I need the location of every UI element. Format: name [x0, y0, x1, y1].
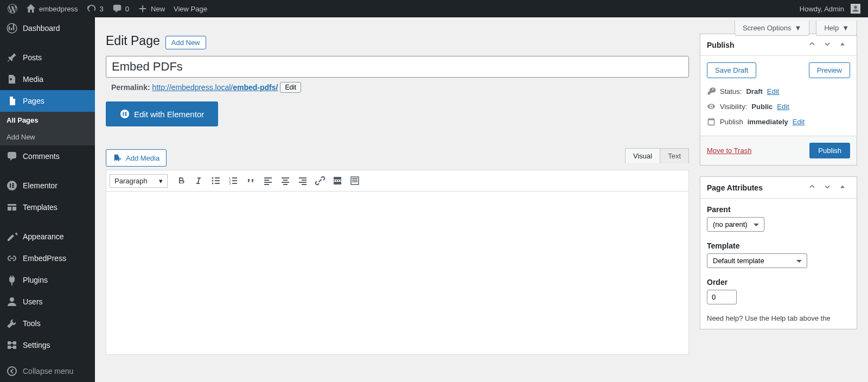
embedpress-icon	[7, 253, 17, 264]
quote-icon	[245, 175, 256, 186]
preview-button[interactable]: Preview	[809, 62, 850, 78]
move-down-handle[interactable]	[820, 40, 835, 50]
template-label: Template	[707, 241, 850, 250]
menu-settings[interactable]: Settings	[0, 334, 95, 356]
readmore-button[interactable]	[329, 173, 346, 189]
menu-appearance[interactable]: Appearance	[0, 226, 95, 247]
plugins-icon	[7, 275, 17, 285]
order-input[interactable]	[707, 290, 737, 304]
admin-sidebar: Dashboard Posts Media Pages All Pages Ad…	[0, 17, 95, 382]
menu-dashboard[interactable]: Dashboard	[0, 17, 95, 39]
post-title-input[interactable]	[106, 56, 689, 78]
toolbar-comments[interactable]: 0	[108, 0, 133, 17]
menu-posts[interactable]: Posts	[0, 47, 95, 68]
toggle-handle[interactable]	[835, 182, 850, 193]
align-center-button[interactable]	[277, 173, 293, 189]
updates[interactable]: 3	[82, 0, 108, 17]
page-attributes-box: Page Attributes Parent (no parent) Templ…	[700, 176, 857, 329]
media-icon	[113, 153, 123, 163]
svg-point-4	[212, 180, 214, 182]
publish-button[interactable]: Publish	[809, 143, 850, 158]
readmore-icon	[332, 175, 343, 186]
svg-point-1	[8, 367, 16, 375]
appearance-icon	[7, 231, 17, 242]
chevron-down-icon: ▼	[842, 24, 849, 32]
screen-options-tab[interactable]: Screen Options ▼	[735, 21, 809, 36]
attributes-help-text: Need help? Use the Help tab above the	[707, 314, 850, 322]
numbered-list-button[interactable]: 123	[225, 173, 241, 189]
align-right-button[interactable]	[295, 173, 311, 189]
move-to-trash-link[interactable]: Move to Trash	[707, 147, 751, 155]
edit-status-link[interactable]: Edit	[767, 87, 779, 96]
comments-count: 0	[125, 5, 129, 13]
italic-button[interactable]	[190, 173, 207, 189]
pages-submenu: All Pages Add New	[0, 112, 95, 145]
view-page[interactable]: View Page	[169, 0, 212, 17]
menu-elementor[interactable]: Elementor	[0, 175, 95, 196]
align-left-icon	[263, 175, 273, 186]
menu-collapse[interactable]: Collapse menu	[0, 360, 95, 382]
menu-comments[interactable]: Comments	[0, 145, 95, 167]
move-up-handle[interactable]	[805, 182, 820, 193]
menu-templates[interactable]: Templates	[0, 196, 95, 218]
bold-icon	[176, 175, 187, 186]
tab-visual[interactable]: Visual	[625, 148, 660, 163]
format-select[interactable]: Paragraph ▾	[110, 174, 168, 188]
align-right-icon	[297, 175, 308, 186]
submenu-all-pages[interactable]: All Pages	[0, 112, 95, 129]
publish-box: Publish Save Draft Preview Status:	[700, 34, 857, 165]
align-center-icon	[280, 175, 291, 186]
align-left-button[interactable]	[260, 173, 276, 189]
bullet-list-button[interactable]	[208, 173, 224, 189]
triangle-up-icon	[838, 40, 847, 48]
users-icon	[7, 296, 17, 307]
add-new-button[interactable]: Add New	[165, 36, 206, 49]
link-button[interactable]	[312, 173, 328, 189]
edit-with-elementor-button[interactable]: Edit with Elementor	[106, 101, 218, 126]
plus-icon	[138, 4, 148, 14]
parent-select[interactable]: (no parent)	[707, 217, 764, 232]
elementor-icon	[120, 109, 130, 119]
menu-media[interactable]: Media	[0, 68, 95, 90]
wordpress-logo[interactable]	[3, 0, 22, 17]
new-content[interactable]: New	[133, 0, 169, 17]
pin-icon	[7, 52, 17, 63]
triangle-up-icon	[838, 182, 847, 191]
help-tab[interactable]: Help ▼	[816, 21, 857, 36]
templates-icon	[7, 202, 17, 213]
comment-icon	[112, 4, 122, 14]
permalink-url[interactable]: http://embedpress.local/embed-pdfs/	[152, 83, 278, 92]
blockquote-button[interactable]	[242, 173, 259, 189]
menu-users[interactable]: Users	[0, 291, 95, 313]
edit-schedule-link[interactable]: Edit	[793, 118, 805, 126]
wordpress-icon	[8, 4, 17, 14]
move-down-handle[interactable]	[820, 182, 835, 193]
comment-icon	[7, 151, 17, 162]
toggle-handle[interactable]	[835, 40, 850, 50]
bold-button[interactable]	[173, 173, 189, 189]
template-select[interactable]: Default template	[707, 253, 807, 268]
page-icon	[7, 96, 17, 106]
site-name: embedpress	[39, 5, 78, 13]
page-title: Edit Page	[106, 34, 160, 48]
howdy-account[interactable]: Howdy, Admin	[795, 0, 865, 17]
move-up-handle[interactable]	[805, 40, 820, 50]
menu-pages[interactable]: Pages	[0, 90, 95, 112]
edit-permalink-button[interactable]: Edit	[280, 82, 301, 93]
toolbar-toggle-button[interactable]	[347, 173, 363, 189]
menu-plugins[interactable]: Plugins	[0, 269, 95, 291]
add-media-button[interactable]: Add Media	[106, 149, 167, 167]
calendar-icon	[707, 117, 716, 126]
update-icon	[87, 4, 97, 14]
edit-visibility-link[interactable]: Edit	[777, 103, 789, 111]
site-home[interactable]: embedpress	[22, 0, 82, 17]
tab-text[interactable]: Text	[660, 148, 689, 163]
editor-content-area[interactable]	[106, 192, 688, 354]
menu-tools[interactable]: Tools	[0, 313, 95, 334]
submenu-add-new[interactable]: Add New	[0, 129, 95, 145]
save-draft-button[interactable]: Save Draft	[707, 62, 756, 78]
toolbar-toggle-icon	[349, 175, 360, 186]
italic-icon	[193, 175, 204, 186]
tinymce-editor: Paragraph ▾ 123	[106, 170, 689, 355]
menu-embedpress[interactable]: EmbedPress	[0, 247, 95, 269]
